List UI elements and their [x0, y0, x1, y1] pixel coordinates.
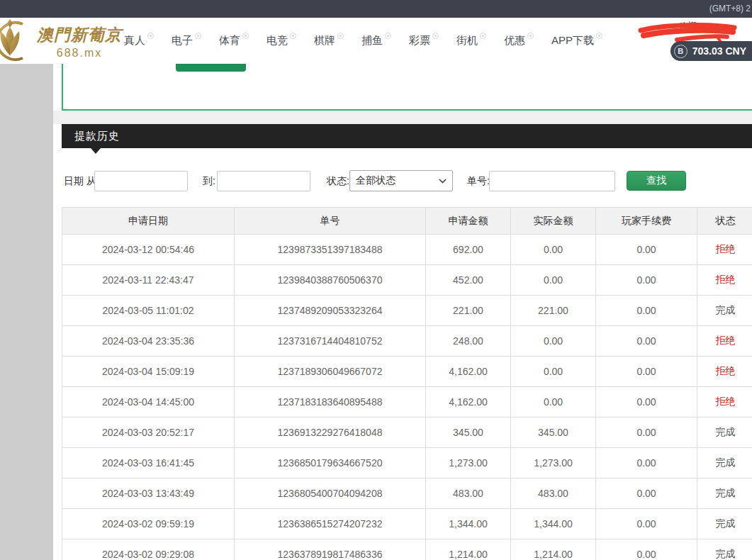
target-circle-icon [147, 33, 154, 39]
table-cell: 2024-03-05 11:01:02 [62, 296, 235, 326]
timezone-text: (GMT+8) 2 [709, 4, 751, 13]
table-cell: 2024-03-04 14:45:00 [62, 387, 235, 418]
nav-item-label: 真人 [124, 34, 145, 47]
logo-domain: 688.mx [37, 47, 122, 60]
table-cell: 0.00 [596, 387, 697, 418]
table-cell: 0.00 [511, 357, 596, 387]
nav-item-真人[interactable]: 真人 [124, 34, 154, 47]
nav-item-APP下载[interactable]: APP下载 [551, 34, 602, 47]
logo[interactable]: 澳門新葡京 688.mx [0, 18, 122, 62]
table-cell: 4,162.00 [426, 387, 511, 418]
status-cell: 拒绝 [697, 326, 752, 357]
form-panel-partial [62, 64, 752, 111]
table-cell: 452.00 [426, 265, 511, 296]
submit-button-partial[interactable] [176, 64, 246, 72]
status-cell: 完成 [697, 478, 752, 509]
table-cell: 345.00 [511, 418, 596, 448]
table-cell: 1236378919817486336 [235, 539, 426, 560]
panel-title: 提款历史 [62, 124, 120, 148]
table-cell: 0.00 [596, 539, 697, 560]
withdrawal-history-table: 申请日期单号申请金额实际金额玩家手续费状态 2024-03-12 00:54:4… [62, 207, 752, 560]
table-cell: 0.00 [596, 478, 697, 509]
table-row: 2024-03-04 15:09:1912371893060496670724,… [62, 357, 752, 387]
table-cell: 2024-03-02 09:59:19 [62, 509, 235, 539]
table-cell: 0.00 [596, 235, 697, 265]
table-cell: 0.00 [596, 326, 697, 357]
nav-item-捕鱼[interactable]: 捕鱼 [361, 34, 391, 47]
target-circle-icon [527, 33, 534, 39]
table-cell: 1,214.00 [511, 539, 596, 560]
table-cell: 2024-03-11 22:43:47 [62, 265, 235, 296]
search-button[interactable]: 查找 [627, 171, 686, 191]
target-circle-icon [432, 33, 439, 39]
table-row: 2024-03-11 22:43:47123984038876050637045… [62, 265, 752, 296]
order-number-input[interactable] [489, 171, 615, 191]
site-header: 澳門新葡京 688.mx 真人电子体育电竞棋牌捕鱼彩票街机优惠APP下载 欢迎 … [0, 18, 752, 64]
table-cell: 1,273.00 [426, 448, 511, 478]
target-circle-icon [242, 33, 249, 39]
table-cell: 0.00 [596, 509, 697, 539]
logo-text: 澳門新葡京 688.mx [37, 18, 122, 60]
table-cell: 221.00 [511, 296, 596, 326]
table-cell: 2024-03-02 09:29:08 [62, 539, 235, 560]
chevron-down-icon [439, 179, 447, 184]
table-cell: 345.00 [426, 418, 511, 448]
table-cell: 248.00 [426, 326, 511, 357]
table-cell: 1237183183640895488 [235, 387, 426, 418]
nav-item-彩票[interactable]: 彩票 [409, 34, 439, 47]
nav-item-label: 棋牌 [314, 34, 335, 47]
date-from-input[interactable] [94, 171, 188, 191]
table-cell: 483.00 [511, 478, 596, 509]
nav-item-体育[interactable]: 体育 [219, 34, 249, 47]
status-cell: 拒绝 [697, 235, 752, 265]
table-cell: 0.00 [596, 448, 697, 478]
table-row: 2024-03-12 00:54:46123987335139718348869… [62, 235, 752, 265]
table-cell: 2024-03-04 15:09:19 [62, 357, 235, 387]
status-cell: 完成 [697, 448, 752, 478]
column-header: 申请日期 [62, 208, 235, 235]
panel-title-bar: 提款历史 [62, 124, 752, 148]
table-cell: 2024-03-03 13:43:49 [62, 478, 235, 509]
balance-pill[interactable]: B 703.03 CNY [670, 41, 752, 61]
status-cell: 完成 [697, 509, 752, 539]
table-row: 2024-03-03 16:41:4512368501796346675201,… [62, 448, 752, 478]
table-row: 2024-03-02 09:59:1912363865152742072321,… [62, 509, 752, 539]
target-circle-icon [596, 33, 602, 39]
status-select[interactable]: 全部状态 [349, 170, 453, 191]
table-cell: 2024-03-12 00:54:46 [62, 235, 235, 265]
date-to-input[interactable] [217, 171, 310, 191]
nav-item-优惠[interactable]: 优惠 [504, 34, 534, 47]
table-cell: 0.00 [596, 296, 697, 326]
column-header: 申请金额 [426, 208, 511, 235]
nav-item-电子[interactable]: 电子 [172, 34, 201, 47]
nav-item-电竞[interactable]: 电竞 [266, 34, 296, 47]
column-header: 实际金额 [511, 208, 596, 235]
table-header-row: 申请日期单号申请金额实际金额玩家手续费状态 [62, 208, 752, 235]
status-cell: 拒绝 [697, 387, 752, 418]
nav-item-label: 捕鱼 [361, 34, 383, 47]
table-cell: 0.00 [511, 326, 596, 357]
table-cell: 1237316714404810752 [235, 326, 426, 357]
table-cell: 1236386515274207232 [235, 509, 426, 539]
status-label: 状态: [327, 170, 349, 191]
table-cell: 1,344.00 [426, 509, 511, 539]
column-header: 单号 [235, 208, 426, 235]
table-cell: 2024-03-03 16:41:45 [62, 448, 235, 478]
nav-item-街机[interactable]: 街机 [456, 34, 486, 47]
filters-row: 日期 从: 到: 状态: 全部状态 单号: 查找 [0, 170, 752, 193]
nav-item-label: 体育 [219, 34, 240, 47]
table-cell: 2024-03-04 23:35:36 [62, 326, 235, 357]
table-row: 2024-03-03 20:52:17123691322927641804834… [62, 418, 752, 448]
table-cell: 4,162.00 [426, 357, 511, 387]
table-row: 2024-03-04 14:45:0012371831836408954884,… [62, 387, 752, 418]
target-circle-icon [480, 33, 486, 39]
table-row: 2024-03-02 09:29:0812363789198174863361,… [62, 539, 752, 560]
panel-pointer [91, 148, 101, 154]
table-cell: 1,214.00 [426, 539, 511, 560]
background-band [0, 111, 752, 124]
nav-item-棋牌[interactable]: 棋牌 [314, 34, 344, 47]
nav-item-label: 电子 [172, 34, 193, 47]
status-cell: 完成 [697, 296, 752, 326]
nav-item-label: 彩票 [409, 34, 430, 47]
main-nav: 真人电子体育电竞棋牌捕鱼彩票街机优惠APP下载 [124, 18, 620, 64]
